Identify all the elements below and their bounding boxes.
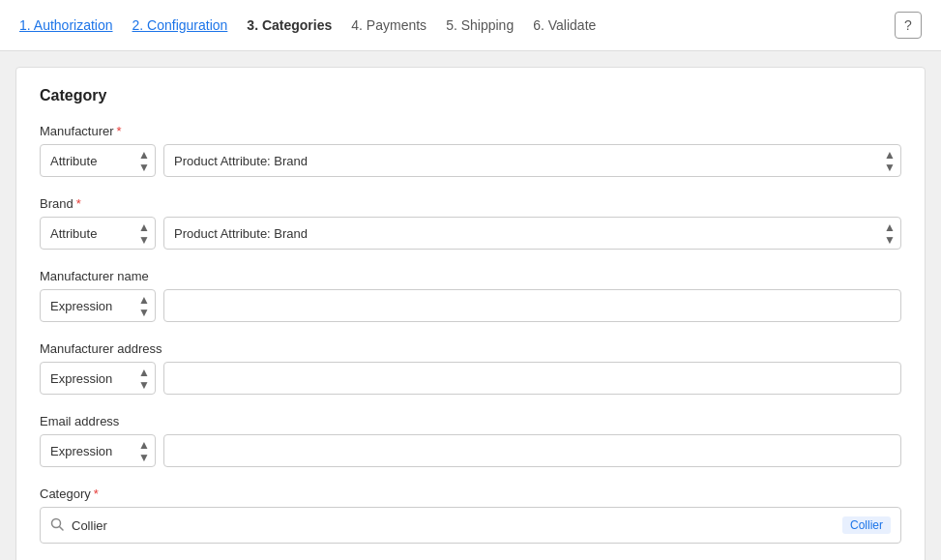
page-wrapper: 1. Authorization 2. Configuration 3. Cat…: [0, 0, 941, 560]
brand-type-select[interactable]: Attribute Expression: [40, 217, 156, 250]
manufacturer-name-label: Manufacturer name: [40, 269, 901, 283]
manufacturer-address-controls: Expression Attribute ▲▼: [40, 362, 901, 395]
category-label: Category *: [40, 486, 901, 501]
category-required-star: *: [94, 486, 99, 501]
brand-value-select-wrap: Product Attribute: Brand ▲▼: [163, 217, 901, 250]
nav-step-payments: 4. Payments: [351, 17, 426, 33]
search-icon: [50, 517, 64, 534]
manufacturer-required-star: *: [117, 124, 122, 138]
brand-field-row: Brand * Attribute Expression ▲▼ Product …: [40, 196, 901, 250]
manufacturer-address-field-row: Manufacturer address Expression Attribut…: [40, 341, 901, 395]
manufacturer-label: Manufacturer *: [40, 124, 901, 138]
email-address-type-select-wrap: Expression Attribute ▲▼: [40, 434, 156, 467]
email-address-input[interactable]: [163, 434, 901, 467]
manufacturer-type-select-wrap: Attribute Expression ▲▼: [40, 144, 156, 177]
email-address-controls: Expression Attribute ▲▼: [40, 434, 901, 467]
email-address-label: Email address: [40, 414, 901, 428]
nav-step-shipping: 5. Shipping: [446, 17, 514, 33]
manufacturer-address-label: Manufacturer address: [40, 341, 901, 356]
manufacturer-name-controls: Expression Attribute ▲▼: [40, 289, 901, 322]
manufacturer-name-type-select-wrap: Expression Attribute ▲▼: [40, 289, 156, 322]
brand-type-select-wrap: Attribute Expression ▲▼: [40, 217, 156, 250]
category-search-wrap: Collier: [40, 507, 901, 544]
nav-step-config[interactable]: 2. Configuration: [132, 17, 228, 33]
manufacturer-field-row: Manufacturer * Attribute Expression ▲▼ P…: [40, 124, 901, 177]
svg-line-1: [60, 526, 64, 530]
brand-controls: Attribute Expression ▲▼ Product Attribut…: [40, 217, 901, 250]
email-address-field-row: Email address Expression Attribute ▲▼: [40, 414, 901, 467]
nav-step-auth[interactable]: 1. Authorization: [19, 17, 113, 33]
help-button[interactable]: ?: [895, 12, 922, 39]
manufacturer-address-input[interactable]: [163, 362, 901, 395]
nav-step-validate: 6. Validate: [533, 17, 596, 33]
brand-value-select[interactable]: Product Attribute: Brand: [163, 217, 901, 250]
manufacturer-address-type-select-wrap: Expression Attribute ▲▼: [40, 362, 156, 395]
category-search-inner: [50, 517, 842, 534]
nav-steps: 1. Authorization 2. Configuration 3. Cat…: [19, 17, 596, 33]
manufacturer-name-field-row: Manufacturer name Expression Attribute ▲…: [40, 269, 901, 322]
section-title: Category: [40, 87, 901, 104]
manufacturer-name-input[interactable]: [163, 289, 901, 322]
nav-step-categories: 3. Categories: [247, 17, 332, 33]
manufacturer-address-type-select[interactable]: Expression Attribute: [40, 362, 156, 395]
manufacturer-type-select[interactable]: Attribute Expression: [40, 144, 156, 177]
top-nav: 1. Authorization 2. Configuration 3. Cat…: [0, 0, 941, 51]
category-search-input[interactable]: [72, 518, 842, 533]
manufacturer-value-select[interactable]: Product Attribute: Brand: [163, 144, 901, 177]
brand-required-star: *: [76, 196, 81, 211]
category-controls: Collier: [40, 507, 901, 544]
brand-label: Brand *: [40, 196, 901, 211]
manufacturer-controls: Attribute Expression ▲▼ Product Attribut…: [40, 144, 901, 177]
manufacturer-name-type-select[interactable]: Expression Attribute: [40, 289, 156, 322]
main-card: Category Manufacturer * Attribute Expres…: [15, 67, 926, 560]
category-field-row: Category * Collier: [40, 486, 901, 544]
category-badge: Collier: [842, 516, 891, 534]
email-address-type-select[interactable]: Expression Attribute: [40, 434, 156, 467]
manufacturer-value-select-wrap: Product Attribute: Brand ▲▼: [163, 144, 901, 177]
